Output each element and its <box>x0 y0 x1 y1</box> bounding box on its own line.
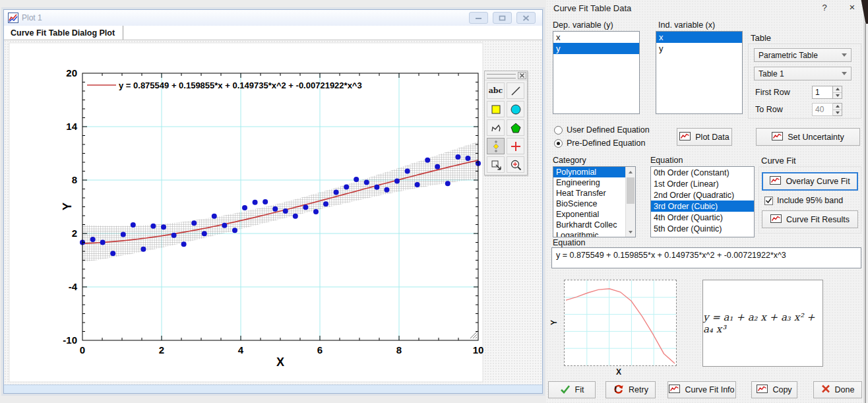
svg-text:Y: Y <box>61 202 74 210</box>
spinner-value[interactable]: 1 <box>812 86 833 99</box>
category-label: Category <box>553 156 586 165</box>
move-tool[interactable] <box>487 156 505 173</box>
preview-ylabel: Y <box>549 320 559 325</box>
retry-icon <box>613 384 624 396</box>
symbol-tool[interactable] <box>487 138 505 154</box>
plot-app-icon <box>8 13 18 23</box>
list-item[interactable]: Polynomial <box>553 167 625 177</box>
svg-text:14: 14 <box>66 121 77 132</box>
fit-preview-plot <box>564 280 677 366</box>
svg-text:4: 4 <box>238 344 244 356</box>
curve-fit-info-button[interactable]: Curve Fit Info <box>667 381 736 398</box>
list-item[interactable]: 4th Order (Quartic) <box>651 212 754 223</box>
chevron-down-icon <box>842 72 847 75</box>
svg-text:2: 2 <box>159 344 164 356</box>
user-defined-radio[interactable]: User Defined Equation <box>554 125 650 135</box>
retry-button[interactable]: Retry <box>605 381 656 398</box>
fit-button[interactable]: Fit <box>548 381 596 398</box>
list-item[interactable]: y <box>553 43 639 54</box>
polygon-icon <box>510 122 522 134</box>
list-item[interactable]: Logarithmic <box>553 230 625 237</box>
circle-tool[interactable] <box>507 101 524 117</box>
category-scrollbar[interactable] <box>625 167 635 237</box>
copy-button[interactable]: Copy <box>751 381 797 398</box>
combo-value: Parametric Table <box>759 51 842 60</box>
maximize-button[interactable] <box>493 12 512 24</box>
toolbar-grip[interactable] <box>485 71 527 80</box>
plot-data-button[interactable]: Plot Data <box>677 128 732 146</box>
polygon-tool[interactable] <box>507 119 524 136</box>
text-tool-icon: abc <box>489 86 503 95</box>
include-95-band-checkbox[interactable]: Include 95% band <box>764 196 843 205</box>
spin-up-icon[interactable] <box>833 104 842 109</box>
radio-icon[interactable] <box>554 126 563 135</box>
line-tool[interactable] <box>507 82 524 99</box>
list-item[interactable]: 0th Order (Constant) <box>651 167 754 178</box>
list-item[interactable]: Burkhardt Collec <box>553 220 625 230</box>
checkbox-checked-icon[interactable] <box>764 197 773 205</box>
text-tool[interactable]: abc <box>487 82 505 99</box>
plot-status-bar <box>4 385 542 393</box>
minimize-button[interactable] <box>469 12 488 24</box>
cross-symbol-tool[interactable] <box>507 138 524 154</box>
predefined-radio[interactable]: Pre-Defined Equation <box>554 139 646 148</box>
list-item[interactable]: Engineering <box>553 177 625 188</box>
dep-variable-listbox: x y <box>553 31 640 114</box>
close-button[interactable] <box>516 12 536 24</box>
spin-up-icon[interactable] <box>833 86 842 92</box>
radio-label: User Defined Equation <box>567 125 650 135</box>
equation-list-label: Equation <box>650 156 683 165</box>
svg-text:8: 8 <box>72 174 77 185</box>
list-item[interactable]: 2nd Order (Quadratic) <box>651 189 754 201</box>
first-row-spinner[interactable]: 1 <box>812 86 842 99</box>
overlay-curve-fit-button[interactable]: Overlay Curve Fit <box>762 172 858 191</box>
help-icon[interactable]: ? <box>818 3 831 13</box>
list-item[interactable]: BioScience <box>553 199 625 209</box>
preview-chart <box>565 280 676 365</box>
list-item[interactable]: y <box>656 43 742 54</box>
list-item[interactable]: 3rd Order (Cubic) <box>651 201 754 212</box>
set-uncertainty-button[interactable]: Set Uncertainty <box>756 128 860 146</box>
zoom-tool[interactable] <box>507 156 524 173</box>
curve-fit-results-button[interactable]: Curve Fit Results <box>762 210 858 228</box>
polyline-tool[interactable] <box>487 119 505 136</box>
move-icon <box>490 159 502 171</box>
tab-curve-fit-table-dialog-plot[interactable]: Curve Fit Table Dialog Plot <box>4 26 123 40</box>
to-row-spinner[interactable]: 40 <box>812 103 842 116</box>
spin-down-icon[interactable] <box>833 92 842 99</box>
list-item[interactable]: 1st Order (Linear) <box>651 178 754 189</box>
list-item[interactable]: Exponential <box>553 209 625 220</box>
equation-input[interactable]: y = 0.875549 + 0.159855*x + 0.149735*x^2… <box>551 247 861 268</box>
rectangle-tool[interactable] <box>487 101 505 117</box>
dialog-close-icon[interactable]: × <box>844 1 860 13</box>
list-item[interactable]: x <box>656 32 742 43</box>
scrollbar-thumb[interactable] <box>627 177 635 204</box>
spin-down-icon[interactable] <box>833 109 842 116</box>
green-check-icon <box>560 385 571 396</box>
toolbar-close-icon[interactable] <box>518 72 526 79</box>
button-label: Plot Data <box>695 133 729 142</box>
plot-window-titlebar[interactable]: Plot 1 <box>4 10 542 26</box>
main-chart[interactable]: 0246810-10-4281420XYy = 0.875549 + 0.159… <box>4 40 542 385</box>
scroll-up-icon[interactable] <box>626 167 635 177</box>
equation-listbox: 0th Order (Constant) 1st Order (Linear) … <box>650 166 755 237</box>
radio-selected-icon[interactable] <box>554 139 563 148</box>
combo-value: Table 1 <box>759 69 842 78</box>
done-button[interactable]: Done <box>813 381 862 398</box>
list-item[interactable]: x <box>553 32 639 43</box>
rectangle-icon <box>490 104 502 115</box>
curve-chart-icon <box>770 176 781 187</box>
curve-fit-dialog: Curve Fit Table Data ? × Dep. variable (… <box>546 0 864 403</box>
button-label: Overlay Curve Fit <box>786 177 850 186</box>
table-type-combo[interactable]: Parametric Table <box>754 48 852 62</box>
table-name-combo[interactable]: Table 1 <box>754 67 852 80</box>
list-item[interactable]: 5th Order (Quintic) <box>651 223 754 234</box>
plot-annotation-toolbar: abc <box>484 71 528 175</box>
list-item[interactable]: Heat Transfer <box>553 188 625 199</box>
scroll-down-icon[interactable] <box>626 227 635 237</box>
table-group: Parametric Table Table 1 First Row 1 To … <box>748 44 861 119</box>
svg-text:20: 20 <box>66 67 77 78</box>
plot-window-title: Plot 1 <box>22 13 469 22</box>
spinner-value[interactable]: 40 <box>812 103 833 116</box>
curve-chart-icon <box>757 385 768 395</box>
